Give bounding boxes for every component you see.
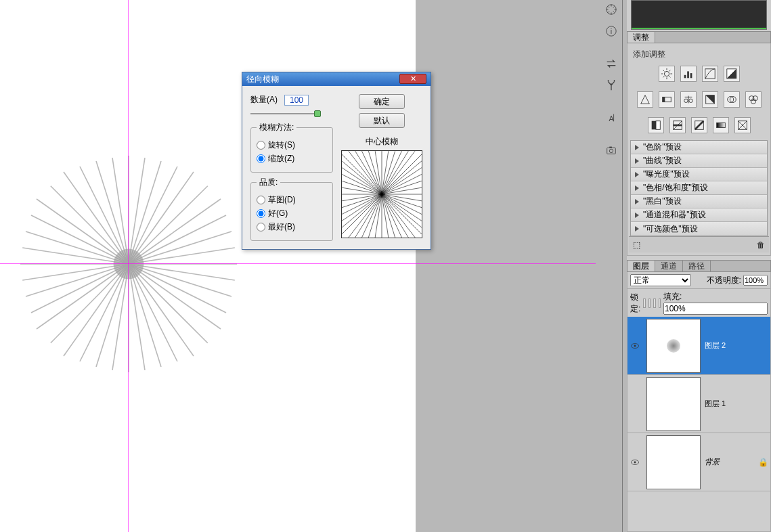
- photo-filter-icon[interactable]: [724, 91, 740, 108]
- fill-input[interactable]: [663, 303, 768, 315]
- svg-line-6: [129, 264, 232, 296]
- layer-row-1[interactable]: 图层 1: [627, 375, 770, 433]
- hue-icon[interactable]: [659, 91, 675, 108]
- bw-icon[interactable]: [702, 91, 718, 108]
- threshold-icon[interactable]: [691, 117, 707, 133]
- close-button[interactable]: ✕: [399, 74, 426, 84]
- layer-name[interactable]: 图层 1: [705, 399, 770, 409]
- svg-line-112: [382, 151, 389, 194]
- svg-line-127: [382, 194, 422, 201]
- brightness-icon[interactable]: [659, 66, 675, 82]
- visibility-toggle[interactable]: [627, 342, 642, 349]
- guide-vertical[interactable]: [128, 0, 129, 532]
- visibility-toggle[interactable]: [627, 459, 642, 466]
- svg-line-14: [26, 264, 129, 296]
- layer-thumbnail[interactable]: [646, 435, 701, 489]
- compass-icon[interactable]: [603, 1, 619, 18]
- radio-zoom[interactable]: 缩放(Z): [257, 153, 327, 164]
- blend-mode-select[interactable]: 正常: [630, 274, 691, 286]
- expand-icon[interactable]: ⬚: [633, 240, 640, 250]
- quality-legend: 品质:: [257, 177, 280, 188]
- curves-icon[interactable]: [702, 66, 718, 82]
- preset-hue[interactable]: "色相/饱和度"预设: [631, 181, 767, 195]
- layer-name[interactable]: 背景: [705, 457, 758, 467]
- lock-position-icon[interactable]: [653, 298, 655, 308]
- svg-line-54: [663, 70, 664, 72]
- invert-icon[interactable]: [648, 117, 664, 133]
- blur-center-preview[interactable]: [341, 150, 422, 238]
- svg-line-22: [129, 186, 208, 264]
- tab-layers[interactable]: 图层: [627, 261, 655, 271]
- svg-line-55: [669, 76, 670, 78]
- preset-levels[interactable]: "色阶"预设: [631, 141, 767, 154]
- tab-channels[interactable]: 通道: [655, 261, 683, 271]
- preset-channel-mixer[interactable]: "通道混和器"预设: [631, 208, 767, 222]
- layer-row-bg[interactable]: 背景 🔒: [627, 433, 770, 491]
- camera-icon[interactable]: [603, 142, 619, 158]
- vibrance-icon[interactable]: [637, 91, 653, 108]
- svg-line-34: [22, 264, 129, 280]
- svg-line-36: [31, 215, 129, 264]
- guide-horizontal[interactable]: [0, 263, 596, 264]
- fork-icon[interactable]: [603, 77, 619, 93]
- svg-rect-48: [609, 147, 612, 148]
- svg-line-123: [349, 194, 382, 238]
- lock-transparent-icon[interactable]: [643, 298, 645, 308]
- radio-spin[interactable]: 旋转(S): [257, 139, 327, 151]
- histogram[interactable]: [631, 0, 767, 30]
- preset-curves[interactable]: "曲线"预设: [631, 154, 767, 168]
- exposure-icon[interactable]: [724, 66, 740, 82]
- presets-footer: ⬚ 🗑: [629, 236, 769, 252]
- levels-icon[interactable]: [680, 66, 697, 82]
- balance-icon[interactable]: [680, 91, 697, 108]
- layer-thumbnail[interactable]: [646, 377, 701, 431]
- svg-line-32: [51, 264, 129, 343]
- dialog-titlebar[interactable]: 径向模糊 ✕: [242, 72, 431, 86]
- radial-blur-dialog: 径向模糊 ✕ 数量(A) 模糊方法: 旋转(S) 缩放(Z) 品质: 草图(D)…: [242, 72, 431, 250]
- adjustment-icons-row1: [629, 63, 769, 89]
- opacity-input[interactable]: [743, 275, 768, 286]
- ok-button[interactable]: 确定: [359, 94, 405, 109]
- gradient-map-icon[interactable]: [713, 117, 729, 133]
- preset-exposure[interactable]: "曝光度"预设: [631, 168, 767, 181]
- preset-selective-color[interactable]: "可选颜色"预设: [631, 222, 767, 236]
- trash-icon[interactable]: 🗑: [757, 240, 765, 250]
- preset-bw[interactable]: "黑白"预设: [631, 195, 767, 208]
- layers-tabs: 图层 通道 路径: [627, 260, 771, 272]
- svg-line-38: [80, 167, 129, 264]
- radio-good[interactable]: 好(G): [257, 208, 327, 219]
- slider-handle[interactable]: [314, 110, 321, 117]
- layer-thumbnail[interactable]: [646, 319, 701, 373]
- presets-list: "色阶"预设 "曲线"预设 "曝光度"预设 "色相/饱和度"预设 "黑白"预设 …: [630, 140, 768, 236]
- svg-line-11: [96, 264, 129, 367]
- layer-row-2[interactable]: 图层 2: [627, 317, 770, 375]
- side-tool-strip: i A: [600, 0, 623, 532]
- swap-icon[interactable]: [603, 56, 619, 72]
- amount-slider[interactable]: [250, 110, 318, 118]
- posterize-icon[interactable]: [669, 117, 686, 133]
- channel-mixer-icon[interactable]: [745, 91, 762, 108]
- amount-input[interactable]: [284, 95, 309, 106]
- radio-best[interactable]: 最好(B): [257, 221, 327, 233]
- svg-line-7: [129, 264, 221, 329]
- svg-line-132: [342, 187, 382, 194]
- svg-line-2: [129, 172, 194, 264]
- radio-draft[interactable]: 草图(D): [257, 194, 327, 206]
- svg-line-26: [129, 264, 226, 313]
- svg-line-130: [342, 161, 382, 194]
- tab-paths[interactable]: 路径: [683, 261, 711, 271]
- svg-line-129: [382, 194, 422, 227]
- svg-line-13: [37, 264, 129, 329]
- adjustments-tabs: 调整: [627, 31, 771, 43]
- text-a-icon[interactable]: A: [603, 110, 619, 126]
- svg-point-87: [634, 461, 636, 463]
- selective-color-icon[interactable]: [734, 117, 751, 133]
- lock-all-icon[interactable]: [659, 298, 661, 308]
- svg-line-19: [96, 161, 129, 264]
- tab-adjustments[interactable]: 调整: [627, 32, 655, 43]
- info-icon[interactable]: i: [603, 23, 619, 39]
- layer-name[interactable]: 图层 2: [705, 340, 770, 351]
- lock-image-icon[interactable]: [648, 298, 651, 308]
- svg-line-33: [31, 264, 129, 313]
- default-button[interactable]: 默认: [359, 113, 405, 128]
